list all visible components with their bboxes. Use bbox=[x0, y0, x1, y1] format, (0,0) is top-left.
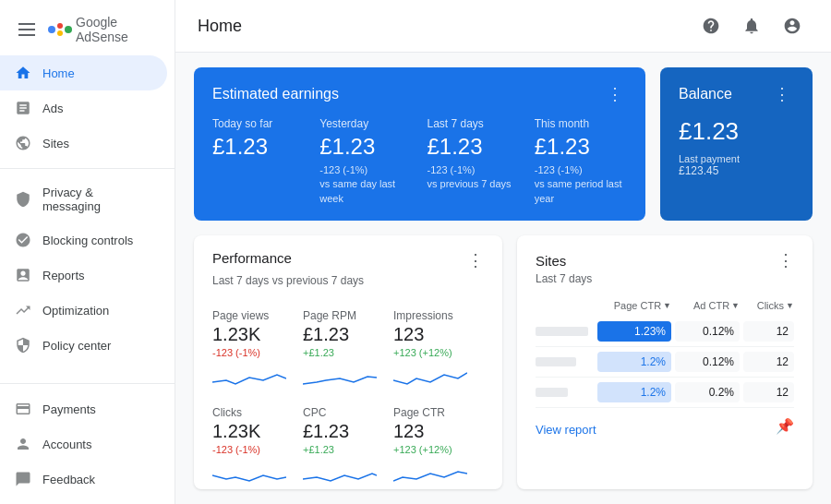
earnings-today-label: Today so far bbox=[212, 117, 305, 130]
sites-title: Sites bbox=[536, 253, 566, 269]
nav-divider-2 bbox=[0, 383, 175, 384]
earnings-card-header: Estimated earnings ⋮ bbox=[212, 82, 627, 106]
sidebar-item-ads[interactable]: Ads bbox=[0, 90, 167, 126]
site-adctr-1: 0.12% bbox=[675, 321, 740, 342]
content-area: Estimated earnings ⋮ Today so far £1.23 … bbox=[175, 53, 831, 504]
balance-more-button[interactable]: ⋮ bbox=[770, 82, 794, 106]
metric-impressions-sparkline bbox=[393, 364, 484, 391]
metric-pagerpm-change: +£1.23 bbox=[303, 347, 393, 358]
earnings-yesterday: Yesterday £1.23 -123 (-1%)vs same day la… bbox=[319, 117, 412, 206]
metric-pageviews: Page views 1.23K -123 (-1%) bbox=[212, 302, 303, 399]
blocking-icon bbox=[15, 232, 31, 248]
sidebar-label-reports: Reports bbox=[42, 269, 85, 282]
earnings-more-button[interactable]: ⋮ bbox=[603, 82, 627, 106]
sidebar-label-sites: Sites bbox=[42, 137, 69, 150]
sites-view-report[interactable]: View report bbox=[536, 423, 596, 437]
sidebar-item-optimization[interactable]: Optimization bbox=[0, 293, 167, 328]
metric-pagerpm: Page RPM £1.23 +£1.23 bbox=[303, 302, 393, 399]
logo-dot-blue bbox=[48, 26, 55, 33]
col-header-clicks[interactable]: Clicks ▼ bbox=[743, 300, 794, 311]
metric-pageviews-change: -123 (-1%) bbox=[212, 347, 303, 358]
logo-colors bbox=[48, 23, 72, 36]
sidebar-item-reports[interactable]: Reports bbox=[0, 258, 167, 293]
metric-pageviews-label: Page views bbox=[212, 309, 303, 322]
sidebar-item-privacy[interactable]: Privacy & messaging bbox=[0, 176, 167, 222]
sites-card: Sites ⋮ Last 7 days Page CTR ▼ Ad CTR ▼ bbox=[517, 235, 813, 489]
sidebar-item-sites[interactable]: Sites bbox=[0, 126, 167, 161]
performance-card: Performance ⋮ Last 7 days vs previous 7 … bbox=[194, 235, 502, 489]
col-header-adctr[interactable]: Ad CTR ▼ bbox=[675, 300, 740, 311]
bottom-row: Performance ⋮ Last 7 days vs previous 7 … bbox=[194, 235, 813, 489]
site-adctr-2: 0.12% bbox=[675, 352, 740, 372]
site-name-bar-1 bbox=[536, 327, 594, 336]
earnings-yesterday-change: -123 (-1%)vs same day last week bbox=[319, 163, 412, 206]
sidebar-label-accounts: Accounts bbox=[42, 438, 91, 451]
perf-header: Performance ⋮ bbox=[212, 250, 484, 270]
sidebar-item-feedback[interactable]: Feedback bbox=[0, 462, 167, 497]
metric-clicks-value: 1.23K bbox=[212, 421, 303, 442]
payments-icon bbox=[15, 401, 31, 417]
earnings-month-amount: £1.23 bbox=[535, 134, 627, 160]
site-name-bar-2 bbox=[536, 357, 594, 366]
site-clicks-3: 12 bbox=[743, 382, 794, 402]
sidebar-header: Google AdSense bbox=[0, 7, 175, 55]
metric-pagerpm-label: Page RPM bbox=[303, 309, 393, 322]
notifications-icon[interactable] bbox=[735, 9, 768, 42]
metric-cpc: CPC £1.23 +£1.23 bbox=[303, 399, 393, 489]
sidebar-label-policy: Policy center bbox=[42, 339, 111, 353]
metric-cpc-value: £1.23 bbox=[303, 421, 393, 442]
earnings-7days-label: Last 7 days bbox=[428, 117, 520, 130]
metric-pagectr-sparkline bbox=[393, 461, 484, 488]
account-icon[interactable] bbox=[776, 9, 809, 42]
earnings-title: Estimated earnings bbox=[212, 86, 339, 102]
feedback-icon bbox=[15, 471, 31, 487]
metric-pagectr-change: +123 (+12%) bbox=[393, 444, 484, 455]
sites-more-button[interactable]: ⋮ bbox=[777, 250, 794, 270]
metric-cpc-label: CPC bbox=[303, 406, 393, 419]
site-clicks-2: 12 bbox=[743, 352, 794, 372]
metric-cpc-sparkline bbox=[303, 461, 393, 488]
sidebar-item-blocking[interactable]: Blocking controls bbox=[0, 222, 167, 258]
sidebar-item-policy[interactable]: Policy center bbox=[0, 328, 167, 363]
table-row: 1.23% 0.12% 12 bbox=[536, 317, 794, 347]
sites-icon bbox=[15, 135, 31, 151]
sidebar-item-payments[interactable]: Payments bbox=[0, 391, 167, 426]
balance-last-payment-amount: £123.45 bbox=[679, 164, 794, 177]
pagectr-sort-icon: ▼ bbox=[663, 301, 671, 310]
sidebar-item-home[interactable]: Home bbox=[0, 55, 167, 90]
metrics-grid: Page views 1.23K -123 (-1%) Page RPM £1.… bbox=[212, 302, 484, 489]
earnings-yesterday-label: Yesterday bbox=[319, 117, 412, 130]
metric-pagectr-label: Page CTR bbox=[393, 406, 484, 419]
optimization-icon bbox=[15, 302, 31, 318]
sidebar-label-home: Home bbox=[42, 66, 75, 80]
sidebar: Google AdSense Home Ads Sites Privacy & … bbox=[0, 0, 175, 504]
col-header-pagectr[interactable]: Page CTR ▼ bbox=[597, 300, 671, 311]
metric-pagerpm-value: £1.23 bbox=[303, 324, 393, 345]
help-icon[interactable] bbox=[694, 9, 728, 42]
metric-cpc-change: +£1.23 bbox=[303, 444, 393, 455]
logo-dot-red bbox=[57, 23, 63, 29]
logo-dot-green bbox=[65, 26, 72, 33]
sites-footer: View report 📌 bbox=[536, 415, 794, 437]
metric-pagerpm-sparkline bbox=[303, 364, 393, 391]
balance-card-header: Balance ⋮ bbox=[679, 82, 794, 106]
perf-title: Performance bbox=[212, 250, 292, 266]
earnings-7days: Last 7 days £1.23 -123 (-1%)vs previous … bbox=[428, 117, 520, 206]
nav-divider-1 bbox=[0, 168, 175, 169]
sidebar-item-accounts[interactable]: Accounts bbox=[0, 426, 167, 462]
menu-icon[interactable] bbox=[15, 19, 39, 40]
metric-pagectr-value: 123 bbox=[393, 421, 484, 442]
balance-last-payment-label: Last payment bbox=[679, 153, 794, 164]
earnings-7days-amount: £1.23 bbox=[428, 134, 520, 160]
metric-impressions: Impressions 123 +123 (+12%) bbox=[393, 302, 484, 399]
site-clicks-1: 12 bbox=[743, 321, 794, 342]
perf-more-button[interactable]: ⋮ bbox=[467, 250, 484, 270]
sidebar-label-ads: Ads bbox=[42, 102, 63, 115]
earnings-7days-change: -123 (-1%)vs previous 7 days bbox=[428, 163, 520, 192]
logo-text: Google AdSense bbox=[76, 15, 160, 44]
metric-pageviews-sparkline bbox=[212, 364, 303, 391]
balance-card: Balance ⋮ £1.23 Last payment £123.45 bbox=[660, 67, 813, 221]
sites-table-header: Page CTR ▼ Ad CTR ▼ Clicks ▼ bbox=[536, 296, 794, 317]
site-pagectr-2: 1.2% bbox=[597, 352, 671, 372]
adctr-sort-icon: ▼ bbox=[731, 301, 740, 310]
